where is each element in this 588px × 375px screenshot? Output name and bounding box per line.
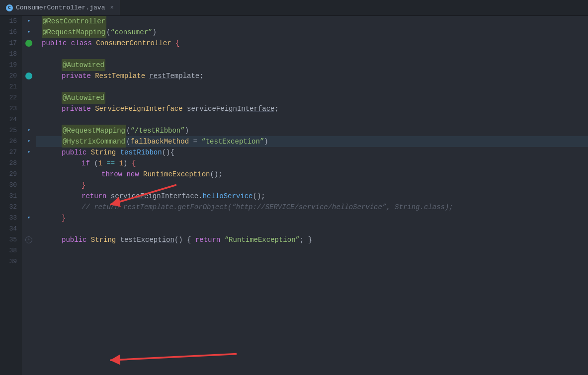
code-line-16: @RequestMapping(“consumer”) xyxy=(36,27,588,38)
gutter-15[interactable] xyxy=(22,16,36,27)
gutter-24 xyxy=(22,114,36,125)
line-num-23: 23 xyxy=(0,103,22,114)
line-num-26: 26 xyxy=(0,136,22,147)
line-num-27: 27 xyxy=(0,147,22,158)
gutter-31 xyxy=(22,191,36,202)
code-line-28: if (1 == 1) { xyxy=(36,158,588,169)
code-line-26: @HystrixCommand(fallbackMethod = “testEx… xyxy=(36,136,588,147)
green-icon-17 xyxy=(25,40,32,47)
annotation-autowired-2: @Autowired xyxy=(62,92,105,104)
line-num-33: 33 xyxy=(0,213,22,224)
gutter-27[interactable] xyxy=(22,147,36,158)
code-content[interactable]: @RestController @RequestMapping(“consume… xyxy=(36,16,588,375)
gutter-16[interactable] xyxy=(22,27,36,38)
code-line-21 xyxy=(36,81,588,92)
gutter-34 xyxy=(22,224,36,234)
annotation-request-mapping-2: @RequestMapping xyxy=(62,125,126,137)
code-line-19: @Autowired xyxy=(36,60,588,71)
line-num-19: 19 xyxy=(0,60,22,71)
code-line-22: @Autowired xyxy=(36,92,588,103)
gutter-21 xyxy=(22,81,36,92)
gutter-33[interactable] xyxy=(22,213,36,224)
throw-keyword: throw xyxy=(101,169,122,180)
code-line-32: // return restTemplate.getForObject(“htt… xyxy=(36,202,588,213)
code-line-34 xyxy=(36,224,588,234)
java-icon: C xyxy=(6,4,13,11)
code-line-39 xyxy=(36,256,588,267)
gutter-30 xyxy=(22,180,36,191)
code-line-20: private RestTemplate restTemplate; xyxy=(36,71,588,81)
teal-icon-20 xyxy=(25,73,32,79)
line-num-16: 16 xyxy=(0,27,22,38)
gutter-35: + xyxy=(22,234,36,245)
code-line-29: throw new RuntimeException(); xyxy=(36,169,588,180)
line-num-30: 30 xyxy=(0,180,22,191)
gutter-20 xyxy=(22,71,36,81)
annotation-request-mapping: @RequestMapping xyxy=(42,26,106,38)
line-num-29: 29 xyxy=(0,169,22,180)
code-line-33: } xyxy=(36,213,588,224)
annotation-autowired-1: @Autowired xyxy=(62,59,105,71)
gutter-28 xyxy=(22,158,36,169)
gutter: + xyxy=(22,16,36,375)
line-num-28: 28 xyxy=(0,158,22,169)
line-num-25: 25 xyxy=(0,125,22,136)
gutter-26[interactable] xyxy=(22,136,36,147)
line-num-22: 22 xyxy=(0,92,22,103)
svg-line-2 xyxy=(110,354,237,360)
line-num-20: 20 xyxy=(0,71,22,81)
code-line-25: @RequestMapping(“/testRibbon”) xyxy=(36,125,588,136)
code-line-38 xyxy=(36,245,588,256)
gutter-19 xyxy=(22,60,36,71)
tab-bar: C ConsumerController.java × xyxy=(0,0,588,16)
line-num-32: 32 xyxy=(0,202,22,213)
code-line-30: } xyxy=(36,180,588,191)
code-line-35: public String testException() { return “… xyxy=(36,234,588,245)
line-num-24: 24 xyxy=(0,114,22,125)
line-num-17: 17 xyxy=(0,38,22,49)
gutter-32 xyxy=(22,202,36,213)
annotation-rest-controller: @RestController xyxy=(42,16,106,27)
line-num-15: 15 xyxy=(0,16,22,27)
line-numbers: 15 16 17 18 19 20 21 22 23 24 25 26 27 2… xyxy=(0,16,22,375)
line-num-39: 39 xyxy=(0,256,22,267)
plus-icon-35[interactable]: + xyxy=(25,236,32,243)
line-num-34: 34 xyxy=(0,224,22,234)
gutter-25[interactable] xyxy=(22,125,36,136)
line-num-38: 38 xyxy=(0,245,22,256)
gutter-18 xyxy=(22,49,36,60)
gutter-23 xyxy=(22,103,36,114)
tab-consumer-controller[interactable]: C ConsumerController.java × xyxy=(0,0,120,15)
gutter-22 xyxy=(22,92,36,103)
code-area: 15 16 17 18 19 20 21 22 23 24 25 26 27 2… xyxy=(0,16,588,375)
gutter-39 xyxy=(22,256,36,267)
code-line-24 xyxy=(36,114,588,125)
code-line-17: public class ConsumerController { xyxy=(36,38,588,49)
code-line-27: public String testRibbon(){ xyxy=(36,147,588,158)
line-num-31: 31 xyxy=(0,191,22,202)
line-num-21: 21 xyxy=(0,81,22,92)
gutter-17 xyxy=(22,38,36,49)
gutter-29 xyxy=(22,169,36,180)
line-num-18: 18 xyxy=(0,49,22,60)
tab-close-icon[interactable]: × xyxy=(110,4,113,11)
code-line-23: private ServiceFeignInterface serviceFei… xyxy=(36,103,588,114)
code-line-31: return serviceFeignInterface.helloServic… xyxy=(36,191,588,202)
code-line-15: @RestController xyxy=(36,16,588,27)
code-line-18 xyxy=(36,49,588,60)
tab-label: ConsumerController.java xyxy=(16,4,105,11)
line-num-35: 35 xyxy=(0,234,22,245)
gutter-38 xyxy=(22,245,36,256)
annotation-hystrix: @HystrixCommand xyxy=(62,136,126,148)
